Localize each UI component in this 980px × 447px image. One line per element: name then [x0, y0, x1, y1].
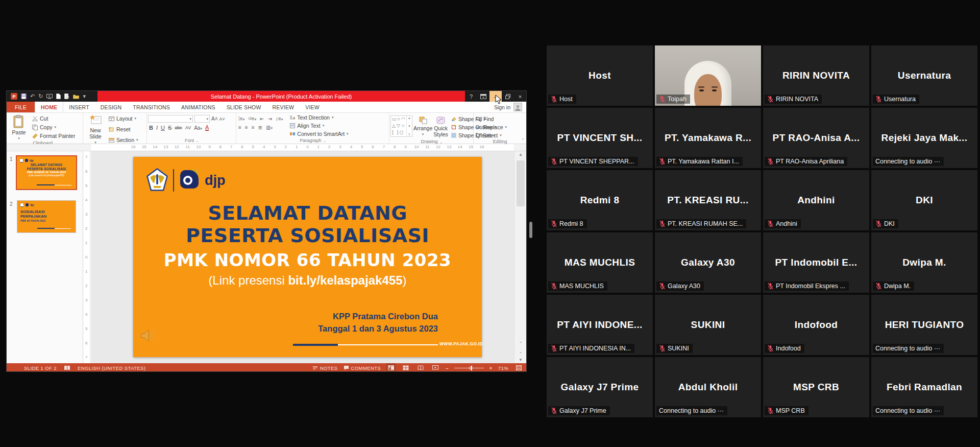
text-direction-button[interactable]: A Text Direction▾	[289, 114, 349, 121]
fit-to-window-button[interactable]	[514, 363, 523, 372]
vertical-scrollbar[interactable]: ▲ ⌃ ⌄ ▼	[514, 151, 527, 363]
strikethrough-button[interactable]: abc	[175, 125, 182, 130]
participant-tile[interactable]: MSP CRBMSP CRB	[763, 357, 869, 417]
participant-tile[interactable]: UsernaturaUsernatura	[871, 45, 977, 106]
participant-tile[interactable]: SUKINISUKINI	[655, 295, 761, 355]
slide[interactable]: djp SELAMAT DATANG PESERTA SOSIALISASI P…	[133, 157, 482, 357]
tab-home[interactable]: HOME	[35, 102, 63, 112]
find-button[interactable]: Find	[475, 115, 525, 123]
decrease-indent-button[interactable]: ⇤	[260, 116, 264, 122]
open-folder-icon[interactable]	[73, 94, 79, 99]
shapes-scrollbar[interactable]: ▲▼≡	[406, 116, 412, 136]
undo-icon[interactable]: ↶	[30, 93, 35, 99]
gallery-scrollbar[interactable]	[529, 222, 532, 238]
quick-styles-button[interactable]: Quick Styles	[433, 115, 448, 137]
tab-transitions[interactable]: TRANSITIONS	[127, 102, 176, 112]
participant-tile[interactable]: Toipah	[655, 45, 761, 106]
columns-button[interactable]: ▥▾	[266, 125, 273, 130]
language-indicator[interactable]: ENGLISH (UNITED STATES)	[78, 365, 145, 371]
tab-view[interactable]: VIEW	[300, 102, 325, 112]
print-preview-icon[interactable]	[64, 93, 69, 99]
zoom-level[interactable]: 71%	[498, 365, 508, 371]
justify-button[interactable]: ≣	[258, 125, 262, 130]
participant-tile[interactable]: Abdul KholilConnecting to audio ···	[655, 357, 761, 417]
new-slide-button[interactable]: New Slide ▾	[84, 114, 107, 145]
collapse-ribbon-icon[interactable]: ⌃	[521, 138, 525, 143]
slide-thumbnail-1[interactable]: djp SELAMAT DATANG PESERTA SOSIALISASI P…	[16, 155, 77, 190]
participant-tile[interactable]: PT AIYI INDONE...PT AIYI INDONESIA IN...	[547, 295, 653, 355]
tab-design[interactable]: DESIGN	[95, 102, 127, 112]
grow-font-button[interactable]: A˄	[211, 116, 218, 122]
tab-file[interactable]: FILE	[7, 102, 35, 112]
participant-tile[interactable]: PT Indomobil E...PT Indomobil Ekspres ..…	[763, 232, 869, 293]
align-center-button[interactable]: ≡	[245, 125, 248, 130]
close-button[interactable]: ×	[514, 91, 526, 102]
arrange-button[interactable]: Arrange▾	[413, 115, 432, 136]
slide-thumbnail-2[interactable]: djp SOSIALISASI PERPAJAKAN PMK 66 TAHUN …	[17, 200, 76, 233]
sign-in[interactable]: Sign in	[494, 102, 526, 112]
change-case-button[interactable]: Aa▾	[194, 125, 202, 131]
zoom-in-button[interactable]: +	[489, 365, 493, 371]
participant-tile[interactable]: RIRIN NOVITARIRIN NOVITA	[763, 45, 869, 106]
convert-to-smartart-button[interactable]: Convert to SmartArt▾	[289, 130, 349, 137]
notes-button[interactable]: NOTES	[312, 365, 338, 371]
next-slide-icon[interactable]: ⌄	[514, 349, 527, 354]
restore-button[interactable]	[502, 91, 514, 102]
participant-tile[interactable]: MAS MUCHLISMAS MUCHLIS	[547, 232, 653, 293]
align-right-button[interactable]: ≡	[252, 125, 255, 130]
dialog-launcher-icon[interactable]: ⌟	[324, 138, 326, 143]
section-button[interactable]: Section▾	[108, 136, 139, 144]
bullets-button[interactable]: ⁞≡▾	[238, 116, 244, 122]
reading-view-button[interactable]	[416, 363, 425, 372]
dialog-launcher-icon[interactable]: ⌟	[196, 138, 198, 143]
shrink-font-button[interactable]: A˅	[219, 116, 225, 122]
cut-button[interactable]: Cut	[31, 115, 76, 122]
character-spacing-button[interactable]: AV	[185, 125, 191, 130]
slideshow-view-button[interactable]	[431, 363, 440, 372]
font-color-button[interactable]: A	[205, 125, 209, 131]
audio-speaker-icon[interactable]	[140, 328, 156, 345]
shadow-button[interactable]: S	[168, 125, 172, 131]
replace-button[interactable]: ab Replace▾	[475, 124, 525, 131]
scrollbar-thumb[interactable]	[517, 160, 525, 206]
font-size-select[interactable]: ▾	[194, 115, 210, 123]
tab-animations[interactable]: ANIMATIONS	[176, 102, 221, 112]
ribbon-display-options-button[interactable]	[477, 91, 489, 102]
zoom-slider-thumb[interactable]	[471, 366, 472, 370]
reset-button[interactable]: Reset	[108, 126, 139, 133]
participant-tile[interactable]: Galaxy A30Galaxy A30	[655, 232, 761, 293]
participant-tile[interactable]: Dwipa M.Dwipa M.	[871, 232, 977, 293]
scroll-down-icon[interactable]: ▼	[514, 358, 527, 362]
help-button[interactable]: ?	[465, 91, 477, 102]
participant-tile[interactable]: AndhiniAndhini	[763, 170, 869, 230]
participant-tile[interactable]: Galaxy J7 PrimeGalaxy J7 Prime	[547, 357, 653, 417]
participant-tile[interactable]: PT. KREASI RU...PT. KREASI RUMAH SE...	[655, 170, 761, 230]
start-slideshow-icon[interactable]	[46, 94, 53, 99]
bold-button[interactable]: B	[149, 125, 153, 131]
font-name-select[interactable]: ▾	[148, 115, 193, 123]
select-button[interactable]: Select▾	[475, 132, 525, 139]
save-icon[interactable]	[21, 93, 27, 99]
scroll-up-icon[interactable]: ▲	[514, 152, 527, 157]
underline-button[interactable]: U	[161, 125, 165, 131]
comments-button[interactable]: COMMENTS	[344, 365, 381, 371]
participant-tile[interactable]: Redmi 8Redmi 8	[547, 170, 653, 230]
participant-tile[interactable]: HostHost	[547, 45, 653, 106]
participant-tile[interactable]: PT VINCENT SH...PT VINCENT SHEPPAR...	[547, 108, 653, 168]
slide-sorter-view-button[interactable]	[401, 363, 410, 372]
participant-tile[interactable]: Rejeki Jaya Mak...Connecting to audio ··…	[871, 108, 977, 168]
normal-view-button[interactable]	[386, 363, 396, 372]
participant-tile[interactable]: Febri RamadlanConnecting to audio ···	[871, 357, 977, 417]
participant-tile[interactable]: DKIDKI	[871, 170, 977, 230]
line-spacing-button[interactable]: ↕≡▾	[276, 116, 283, 122]
participant-tile[interactable]: PT. Yamakawa R...PT. Yamakawa Rattan I..…	[655, 108, 761, 168]
shapes-gallery[interactable]: ▭○◠△▽☆{ }◻ ▲▼≡	[390, 115, 412, 137]
previous-slide-icon[interactable]: ⌃	[514, 341, 527, 346]
participant-tile[interactable]: HERI TUGIANTOConnecting to audio ···	[871, 295, 977, 355]
minimize-button[interactable]: –	[489, 91, 502, 102]
zoom-slider[interactable]	[454, 368, 484, 368]
align-left-button[interactable]: ≡	[238, 125, 241, 130]
tab-slide-show[interactable]: SLIDE SHOW	[221, 102, 267, 112]
numbering-button[interactable]: ¹²≡▾	[248, 116, 256, 122]
tab-insert[interactable]: INSERT	[63, 102, 95, 112]
